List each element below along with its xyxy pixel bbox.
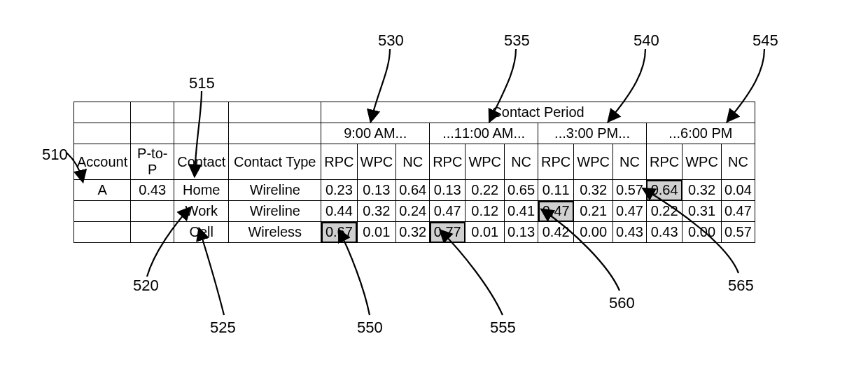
value-cell: 0.32 bbox=[682, 180, 722, 201]
period-2: ...3:00 PM... bbox=[538, 123, 647, 144]
value-cell: 0.22 bbox=[465, 180, 505, 201]
sub-1-nc: NC bbox=[505, 144, 538, 180]
callout-520: 520 bbox=[133, 277, 159, 295]
value-cell: 0.47 bbox=[430, 201, 465, 222]
callout-510: 510 bbox=[42, 146, 68, 164]
cell-ptop: 0.43 bbox=[131, 180, 174, 201]
value-cell: 0.57 bbox=[612, 180, 646, 201]
cell-ptop bbox=[131, 201, 174, 222]
value-cell: 0.13 bbox=[430, 180, 465, 201]
col-ctype: Contact Type bbox=[229, 144, 321, 180]
value-cell: 0.64 bbox=[646, 180, 682, 201]
cell-contact: Cell bbox=[174, 222, 229, 243]
sub-2-rpc: RPC bbox=[538, 144, 574, 180]
cell-ctype: Wireline bbox=[229, 180, 321, 201]
cell-ctype: Wireline bbox=[229, 201, 321, 222]
value-cell: 0.23 bbox=[321, 180, 357, 201]
sub-2-nc: NC bbox=[612, 144, 646, 180]
sub-3-rpc: RPC bbox=[646, 144, 682, 180]
period-3: ...6:00 PM bbox=[646, 123, 755, 144]
sub-1-rpc: RPC bbox=[430, 144, 465, 180]
value-cell: 0.04 bbox=[721, 180, 755, 201]
callout-525: 525 bbox=[210, 319, 236, 337]
value-cell: 0.64 bbox=[396, 180, 430, 201]
table-row: CellWireless0.670.010.320.770.010.130.42… bbox=[74, 222, 755, 243]
period-title-header: Contact Period bbox=[321, 102, 755, 123]
sub-0-rpc: RPC bbox=[321, 144, 357, 180]
value-cell: 0.32 bbox=[396, 222, 430, 243]
value-cell: 0.47 bbox=[538, 201, 574, 222]
value-cell: 0.43 bbox=[612, 222, 646, 243]
value-cell: 0.00 bbox=[574, 222, 613, 243]
value-cell: 0.47 bbox=[721, 201, 755, 222]
callout-530: 530 bbox=[378, 32, 404, 50]
callout-540: 540 bbox=[634, 32, 659, 50]
value-cell: 0.31 bbox=[682, 201, 722, 222]
callout-555: 555 bbox=[490, 319, 516, 337]
value-cell: 0.44 bbox=[321, 201, 357, 222]
table-body: A0.43HomeWireline0.230.130.640.130.220.6… bbox=[74, 180, 755, 243]
callout-550: 550 bbox=[357, 319, 383, 337]
value-cell: 0.32 bbox=[574, 180, 613, 201]
table-row: A0.43HomeWireline0.230.130.640.130.220.6… bbox=[74, 180, 755, 201]
value-cell: 0.24 bbox=[396, 201, 430, 222]
value-cell: 0.67 bbox=[321, 222, 357, 243]
cell-account: A bbox=[74, 180, 131, 201]
cell-account bbox=[74, 201, 131, 222]
period-1: ...11:00 AM... bbox=[430, 123, 538, 144]
value-cell: 0.41 bbox=[505, 201, 538, 222]
value-cell: 0.57 bbox=[721, 222, 755, 243]
value-cell: 0.13 bbox=[505, 222, 538, 243]
value-cell: 0.11 bbox=[538, 180, 574, 201]
value-cell: 0.01 bbox=[465, 222, 505, 243]
value-cell: 0.42 bbox=[538, 222, 574, 243]
sub-1-wpc: WPC bbox=[465, 144, 505, 180]
sub-0-wpc: WPC bbox=[357, 144, 396, 180]
cell-ctype: Wireless bbox=[229, 222, 321, 243]
table-row: WorkWireline0.440.320.240.470.120.410.47… bbox=[74, 201, 755, 222]
value-cell: 0.77 bbox=[430, 222, 465, 243]
period-0: 9:00 AM... bbox=[321, 123, 430, 144]
sub-3-wpc: WPC bbox=[682, 144, 722, 180]
value-cell: 0.01 bbox=[357, 222, 396, 243]
col-contact: Contact bbox=[174, 144, 229, 180]
value-cell: 0.65 bbox=[505, 180, 538, 201]
cell-account bbox=[74, 222, 131, 243]
cell-contact: Home bbox=[174, 180, 229, 201]
sub-0-nc: NC bbox=[396, 144, 430, 180]
col-ptop: P-to-P bbox=[131, 144, 174, 180]
sub-3-nc: NC bbox=[721, 144, 755, 180]
value-cell: 0.13 bbox=[357, 180, 396, 201]
figure-canvas: { "headers": { "period_title": "Contact … bbox=[0, 0, 868, 390]
callout-515: 515 bbox=[189, 74, 215, 92]
cell-contact: Work bbox=[174, 201, 229, 222]
callout-535: 535 bbox=[504, 32, 530, 50]
value-cell: 0.12 bbox=[465, 201, 505, 222]
value-cell: 0.47 bbox=[612, 201, 646, 222]
value-cell: 0.21 bbox=[574, 201, 613, 222]
table-head: Contact Period 9:00 AM... ...11:00 AM...… bbox=[74, 102, 755, 180]
data-table: Contact Period 9:00 AM... ...11:00 AM...… bbox=[74, 102, 755, 243]
value-cell: 0.22 bbox=[646, 201, 682, 222]
sub-2-wpc: WPC bbox=[574, 144, 613, 180]
cell-ptop bbox=[131, 222, 174, 243]
callout-565: 565 bbox=[728, 277, 754, 295]
value-cell: 0.32 bbox=[357, 201, 396, 222]
value-cell: 0.43 bbox=[646, 222, 682, 243]
callout-545: 545 bbox=[752, 32, 778, 50]
value-cell: 0.00 bbox=[682, 222, 722, 243]
callout-560: 560 bbox=[609, 294, 635, 312]
col-account: Account bbox=[74, 144, 131, 180]
